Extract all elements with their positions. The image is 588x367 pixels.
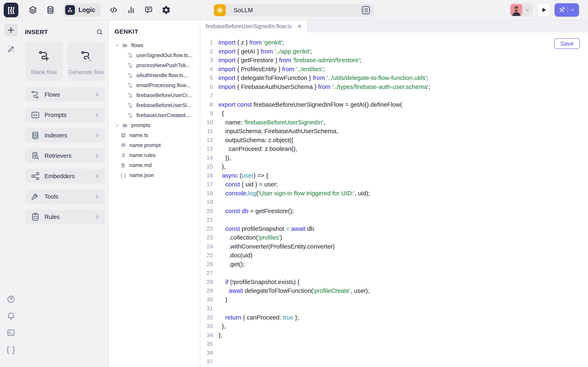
code-editor[interactable]: Save 1import { z } from 'genkit';2import… (200, 32, 588, 367)
tree-item-name-json[interactable]: { }name.json (114, 170, 200, 180)
insert-item-rules[interactable]: Rules (25, 210, 105, 224)
line-number: 25 (200, 251, 213, 260)
close-icon[interactable] (296, 23, 303, 29)
database-icon[interactable] (46, 5, 55, 15)
flow-icon (127, 83, 133, 88)
insert-item-label: Prompts (44, 112, 67, 118)
code-line: 8export const firebaseBeforeUserSignedIn… (200, 100, 588, 109)
code-line: 18 console.log('User sign-in flow trigge… (200, 189, 588, 198)
tree-item-firebaseUserCreated[interactable]: firebaseUserCreated.... (114, 110, 200, 120)
insert-item-embedders[interactable]: Embedders (25, 169, 105, 184)
insert-item-indexers[interactable]: Indexers (25, 128, 105, 143)
line-number: 14 (200, 153, 213, 162)
line-number: 33 (200, 322, 213, 331)
code-line: 31 (200, 304, 588, 313)
editor-area: firebaseBeforeUserSignedIn.flow.ts Save … (200, 20, 588, 367)
tree-item-userSignedOut-flow-ts[interactable]: userSignedOut.flow.ts... (114, 50, 200, 60)
insert-header: INSERT (25, 28, 105, 36)
line-number: 6 (200, 82, 213, 91)
line-number: 18 (200, 189, 213, 198)
layers-icon[interactable] (28, 5, 38, 15)
code-text: }, (218, 162, 226, 171)
code-line: 22 const profileSnapshot = await db (200, 224, 588, 233)
run-button[interactable] (537, 3, 550, 17)
gear-icon[interactable] (162, 5, 171, 15)
code-text: export const firebaseBeforeUserSignedInF… (218, 100, 402, 109)
tree-item-name-md[interactable]: MDname.md (114, 160, 200, 170)
clipboard-icon (31, 212, 40, 222)
tab-title: firebaseBeforeUserSignedIn.flow.ts (206, 23, 292, 30)
save-button[interactable]: Save (554, 38, 580, 49)
chevron-right-icon (94, 214, 100, 220)
wrench-icon (31, 192, 40, 201)
flow-icon (31, 90, 40, 99)
line-number: 12 (200, 136, 213, 145)
insert-item-tools[interactable]: Tools (25, 189, 105, 204)
tree-item-prompts[interactable]: prompts (114, 120, 200, 130)
insert-item-prompts[interactable]: Prompts (25, 108, 105, 122)
tree-item-oAuthHandle-flow-ts[interactable]: oAuthHandle.flow.ts... (114, 70, 200, 80)
magic-pencil-icon[interactable] (6, 44, 16, 53)
project-switcher[interactable]: SoLLM (214, 4, 374, 17)
code-line: 29 await delegateToFlowFunction('profile… (200, 286, 588, 295)
tools-split-button[interactable] (554, 3, 579, 17)
project-list-icon[interactable] (361, 5, 371, 16)
code-line: 28 if (!profileSnapshot.exists) { (200, 277, 588, 286)
search-icon[interactable] (96, 28, 104, 36)
add-button[interactable] (4, 24, 17, 37)
tree-item-label: prompts (131, 122, 150, 128)
code-line: 7 (200, 91, 588, 100)
code-line: 4import { ProfilesEntity } from '../enti… (200, 65, 588, 74)
terminal-icon[interactable] (7, 328, 16, 337)
search-icon (96, 28, 104, 36)
rail-bottom-icons: { } (7, 295, 16, 354)
tree-item-processNewPushTok[interactable]: processNewPushTok... (114, 60, 200, 70)
app-logo-button[interactable]: [{( (4, 3, 18, 17)
code-text: name: 'firebaseBeforeUserSignedIn', (218, 118, 325, 127)
flow-icon (127, 103, 133, 108)
project-sun-icon (214, 4, 226, 16)
bell-icon[interactable] (7, 312, 16, 320)
app-root: [{( Logic SoLLM { } INS (0, 0, 588, 367)
insert-item-flows[interactable]: Flows (25, 87, 105, 102)
tree-item-name-prompt[interactable]: name.prompt (114, 140, 200, 150)
logo-area: [{( (0, 0, 22, 20)
md-file-icon: MD (121, 162, 126, 168)
tree-item-label: name.json (130, 172, 154, 178)
tab-bar: firebaseBeforeUserSignedIn.flow.ts (200, 20, 588, 32)
user-menu[interactable] (510, 3, 533, 17)
braces-icon[interactable]: { } (7, 345, 16, 354)
line-number: 29 (200, 286, 213, 295)
chevron-down-icon[interactable] (570, 7, 575, 13)
toolbar-logic-button[interactable]: Logic (63, 3, 101, 17)
tree-item-label: userSignedOut.flow.ts... (136, 52, 192, 58)
tab-firebaseBeforeUserSignedIn[interactable]: firebaseBeforeUserSignedIn.flow.ts (200, 20, 307, 32)
tree-item-emailProcessing-flow[interactable]: emailProcessing.flow... (114, 80, 200, 90)
bar-chart-icon[interactable] (126, 5, 136, 15)
generate-flow-card[interactable]: Generate flow (67, 42, 105, 81)
tree-item-label: firebaseUserCreated.... (136, 112, 191, 118)
blank-flow-card[interactable]: Blank flow (25, 42, 63, 81)
code-line: 25 .doc(uid) (200, 251, 588, 260)
code-icon[interactable] (109, 5, 118, 15)
chevron-right-icon (114, 123, 120, 128)
tree-item-firebaseBeforeUserCr[interactable]: firebaseBeforeUserCr... (114, 90, 200, 100)
line-number: 16 (200, 171, 213, 180)
code-line: 14 }), (200, 153, 588, 162)
code-line: 30 } (200, 295, 588, 304)
insert-item-retrievers[interactable]: Retrievers (25, 149, 105, 163)
tree-item-name-ts[interactable]: TSname.ts (114, 130, 200, 140)
insert-item-label: Embedders (44, 173, 75, 180)
project-name: SoLLM (233, 7, 253, 14)
line-number: 4 (200, 65, 213, 74)
comment-icon[interactable] (144, 5, 153, 15)
tree-item-firebaseBeforeUserSi[interactable]: firebaseBeforeUserSi... (114, 100, 200, 110)
line-number: 19 (200, 198, 213, 207)
line-number: 23 (200, 233, 213, 242)
tree-item-name-rules[interactable]: name.rules (114, 150, 200, 160)
help-icon[interactable] (7, 295, 16, 304)
line-number: 9 (200, 109, 213, 118)
code-line: 3import { getFirestore } from 'firebase-… (200, 56, 588, 65)
tree-item-flows[interactable]: flows (114, 40, 200, 50)
tree-item-label: name.md (130, 162, 151, 168)
